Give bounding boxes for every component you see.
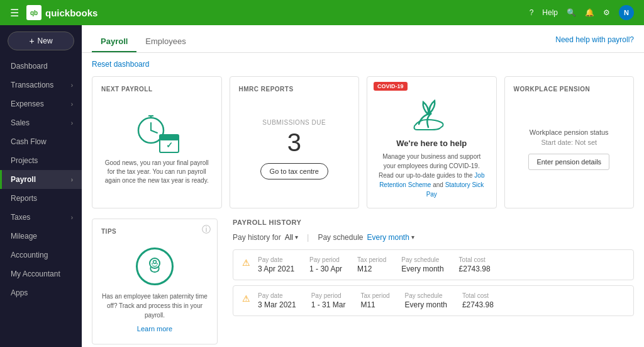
sidebar-item-cashflow[interactable]: Cash Flow [0, 132, 82, 151]
pension-card: WORKPLACE PENSION Workplace pension stat… [504, 76, 635, 208]
sidebar-item-label: Projects [11, 156, 38, 165]
pay-schedule-value: Every month [405, 300, 447, 309]
main-layout: + New Dashboard Transactions › Expenses … [0, 25, 644, 347]
chevron-right-icon: › [71, 120, 73, 127]
pension-status-label: Workplace pension status [530, 128, 609, 136]
gear-icon[interactable]: ⚙ [603, 8, 610, 17]
warning-icon: ⚠ [242, 293, 250, 304]
baby-svg [143, 255, 166, 278]
pay-period-value: 1 - 30 Apr [309, 265, 342, 273]
payroll-icon: ✓ [133, 113, 180, 154]
sidebar-item-taxes[interactable]: Taxes › [0, 208, 82, 227]
sidebar-item-label: Sales [11, 118, 30, 127]
help-circle-icon[interactable]: ? [530, 8, 534, 17]
new-button[interactable]: + New [8, 31, 74, 50]
pension-start-date: Start date: Not set [541, 139, 597, 146]
baby-icon [136, 247, 174, 285]
sidebar-item-myaccountant[interactable]: My Accountant [0, 265, 82, 283]
total-cost-value: £2743.98 [462, 300, 494, 309]
covid-content: We're here to help Manage your business … [376, 96, 487, 199]
tips-description: Has an employee taken paternity time off… [101, 292, 208, 320]
go-to-tax-centre-button[interactable]: Go to tax centre [260, 163, 328, 179]
schedule-label: Pay schedule [318, 233, 363, 242]
chevron-right-icon: › [71, 176, 73, 183]
sidebar-item-mileage[interactable]: Mileage [0, 227, 82, 246]
total-cost-label: Total cost [462, 292, 494, 299]
submissions-count: 3 [287, 128, 301, 157]
tab-employees[interactable]: Employees [136, 31, 194, 52]
header-right: ? Help 🔍 🔔 ⚙ N [530, 5, 634, 20]
history-col-totalcost: Total cost £2743.98 [462, 292, 494, 309]
sidebar-item-reports[interactable]: Reports [0, 189, 82, 208]
history-col-paydate: Pay date 3 Mar 2021 [258, 292, 296, 309]
search-icon[interactable]: 🔍 [567, 8, 576, 17]
payroll-help-link[interactable]: Need help with payroll? [555, 35, 634, 49]
next-payroll-content: ✓ Good news, you ran your final payroll … [101, 99, 213, 199]
next-payroll-card: NEXT PAYROLL ✓ [92, 76, 222, 208]
plus-icon: + [29, 36, 34, 46]
sidebar-item-sales[interactable]: Sales › [0, 113, 82, 132]
sidebar-item-dashboard[interactable]: Dashboard [0, 57, 82, 76]
history-col-taxperiod: Tax period M11 [360, 292, 389, 309]
sidebar-item-projects[interactable]: Projects [0, 151, 82, 170]
hmrc-card: HMRC REPORTS SUBMISSIONS DUE 3 Go to tax… [230, 76, 360, 208]
filter-separator: | [307, 232, 309, 242]
covid-card: COVID-19 We're here to help [367, 76, 497, 208]
chevron-down-icon: ▾ [411, 234, 414, 241]
total-cost-value: £2743.98 [459, 265, 491, 273]
history-row[interactable]: ⚠ Pay date 3 Apr 2021 Pay period 1 - 30 … [233, 249, 634, 280]
sidebar-item-payroll[interactable]: Payroll › [0, 170, 82, 189]
pay-history-filter-dropdown[interactable]: All ▾ [285, 233, 298, 242]
sidebar-item-transactions[interactable]: Transactions › [0, 76, 82, 94]
content-header: Payroll Employees Need help with payroll… [82, 25, 644, 53]
tax-period-label: Tax period [357, 256, 386, 263]
pay-schedule-label: Pay schedule [405, 292, 447, 299]
hamburger-icon[interactable]: ☰ [10, 7, 19, 19]
sidebar-item-label: Apps [11, 288, 28, 297]
svg-point-10 [152, 263, 153, 265]
history-filters: Pay history for All ▾ | Pay schedule Eve… [233, 232, 634, 242]
bell-icon[interactable]: 🔔 [585, 8, 594, 17]
pay-date-value: 3 Mar 2021 [258, 300, 296, 309]
sidebar-item-label: Mileage [11, 232, 37, 241]
history-col-payschedule: Pay schedule Every month [401, 256, 443, 273]
tabs: Payroll Employees [92, 31, 195, 52]
history-col-payschedule: Pay schedule Every month [405, 292, 447, 309]
history-col-totalcost: Total cost £2743.98 [459, 256, 491, 273]
history-row-inner: ⚠ Pay date 3 Apr 2021 Pay period 1 - 30 … [242, 256, 625, 273]
sidebar-item-label: Payroll [11, 175, 36, 184]
sidebar-item-apps[interactable]: Apps [0, 283, 82, 302]
enter-pension-details-button[interactable]: Enter pension details [528, 154, 609, 170]
next-payroll-description: Good news, you ran your final payroll fo… [101, 159, 213, 185]
sidebar-item-label: Cash Flow [11, 137, 47, 146]
tax-period-value: M11 [360, 300, 389, 309]
total-cost-label: Total cost [459, 256, 491, 263]
sidebar-item-label: Accounting [11, 251, 48, 259]
history-col-payperiod: Pay period 1 - 30 Apr [309, 256, 342, 273]
sidebar-item-accounting[interactable]: Accounting [0, 246, 82, 265]
filter-label: Pay history for [233, 233, 281, 242]
help-label[interactable]: Help [542, 8, 558, 17]
pay-date-label: Pay date [258, 256, 294, 263]
sidebar-item-label: Taxes [11, 213, 30, 222]
learn-more-link[interactable]: Learn more [137, 325, 172, 333]
reset-dashboard-link[interactable]: Reset dashboard [92, 60, 149, 69]
tax-period-label: Tax period [360, 292, 389, 299]
history-row[interactable]: ⚠ Pay date 3 Mar 2021 Pay period 1 - 31 … [233, 285, 634, 316]
pension-title: WORKPLACE PENSION [514, 86, 591, 93]
chevron-right-icon: › [71, 101, 73, 108]
content-body: Reset dashboard NEXT PAYROLL [82, 53, 644, 347]
next-payroll-title: NEXT PAYROLL [101, 86, 153, 93]
history-col-payperiod: Pay period 1 - 31 Mar [311, 292, 346, 309]
history-col-taxperiod: Tax period M12 [357, 256, 386, 273]
payroll-history-section: PAYROLL HISTORY Pay history for All ▾ | … [225, 219, 634, 344]
tab-payroll[interactable]: Payroll [92, 31, 136, 52]
avatar[interactable]: N [619, 5, 634, 20]
pay-schedule-filter-dropdown[interactable]: Every month ▾ [367, 233, 414, 242]
sidebar-item-expenses[interactable]: Expenses › [0, 94, 82, 113]
info-icon[interactable]: ⓘ [202, 224, 211, 236]
cards-row: NEXT PAYROLL ✓ [92, 76, 634, 208]
svg-rect-4 [160, 135, 179, 140]
logo-text: quickbooks [45, 8, 97, 18]
pay-period-value: 1 - 31 Mar [311, 300, 346, 309]
